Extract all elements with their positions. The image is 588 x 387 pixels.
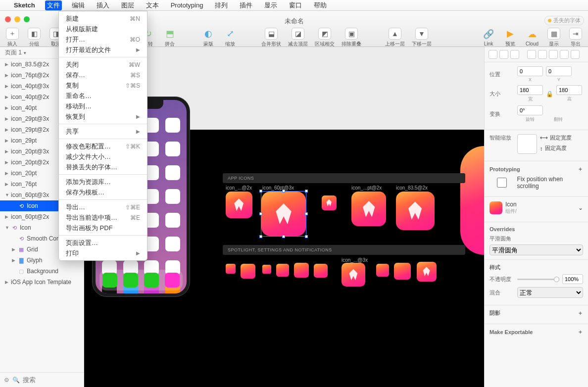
disclosure-triangle-icon[interactable]: ▶	[12, 258, 16, 263]
layer-search[interactable]: ⚙ 🔍	[0, 372, 84, 387]
scale-tool[interactable]: ⤢缩放	[223, 28, 238, 48]
mask-tool[interactable]: ◐蒙版	[201, 28, 216, 48]
fix-height-icon[interactable]: ↕	[540, 145, 543, 151]
menu-item[interactable]: 打印▶	[59, 248, 147, 258]
menu-item[interactable]: 减少文件大小…	[59, 151, 147, 162]
align-bottom-button[interactable]	[549, 50, 558, 59]
opacity-slider[interactable]	[517, 279, 559, 280]
prototyping-menu[interactable]: Prototyping	[169, 1, 205, 9]
plugins-menu[interactable]: 插件	[238, 0, 254, 10]
menu-item[interactable]: 打开最近的文件▶	[59, 45, 147, 55]
rotation-input[interactable]	[517, 105, 543, 115]
override-select[interactable]: 平滑圆角	[490, 244, 583, 255]
align-right-button[interactable]	[510, 50, 519, 59]
icon-instance[interactable]	[276, 264, 289, 277]
close-window-button[interactable]	[5, 16, 11, 22]
icon-instance[interactable]	[396, 192, 435, 230]
flip-h-button[interactable]	[546, 105, 558, 115]
icon-instance[interactable]	[417, 262, 437, 282]
app-menu[interactable]: Sketch	[12, 1, 37, 9]
icon-instance[interactable]	[322, 195, 337, 210]
disclosure-triangle-icon[interactable]: ▶	[5, 116, 9, 121]
export-tool[interactable]: ⇥导出	[568, 28, 583, 48]
icon-instance[interactable]	[294, 263, 309, 278]
zoom-window-button[interactable]	[24, 16, 30, 22]
bool-difference-tool[interactable]: ▣排除重叠	[342, 28, 361, 48]
menu-item[interactable]: 导出画板为 PDF	[59, 223, 147, 233]
resizing-widget[interactable]	[517, 134, 537, 154]
symbol-picker[interactable]: Icon 组件/ ⌄	[490, 201, 583, 215]
minimize-window-button[interactable]	[14, 16, 20, 22]
menu-item[interactable]: 添加为资源库…	[59, 177, 147, 187]
icon-instance[interactable]	[241, 264, 255, 279]
bool-union-tool[interactable]: ⬓合并形状	[261, 28, 281, 48]
disclosure-triangle-icon[interactable]: ▶	[5, 84, 9, 89]
lock-icon[interactable]: 🔒	[546, 91, 553, 97]
resize-handle-ne[interactable]	[305, 190, 308, 193]
disclosure-triangle-icon[interactable]: ▶	[5, 95, 9, 99]
icon-instance[interactable]	[314, 264, 328, 278]
disclosure-triangle-icon[interactable]: ▶	[5, 171, 9, 176]
bool-intersect-tool[interactable]: ◩区域相交	[315, 28, 335, 48]
layer-menu[interactable]: 图层	[119, 0, 136, 10]
disclosure-triangle-icon[interactable]: ▼	[5, 225, 9, 230]
menu-item[interactable]: 新建⌘N	[59, 13, 147, 24]
width-input[interactable]	[517, 85, 543, 95]
disclosure-triangle-icon[interactable]: ▼	[5, 193, 9, 197]
icon-instance[interactable]	[262, 265, 271, 274]
align-top-button[interactable]	[527, 50, 536, 59]
disclosure-triangle-icon[interactable]: ▶	[5, 182, 9, 187]
x-input[interactable]	[517, 66, 543, 76]
menu-item[interactable]: 导出…⇧⌘E	[59, 202, 147, 212]
menu-item[interactable]: 复制⇧⌘S	[59, 80, 147, 91]
menu-item[interactable]: 页面设置…	[59, 238, 147, 248]
disclosure-triangle-icon[interactable]: ▶	[5, 160, 9, 165]
distribute-h-button[interactable]	[560, 50, 569, 59]
fix-width-icon[interactable]: ⟷	[540, 135, 548, 141]
resize-handle-sw[interactable]	[259, 235, 262, 238]
menu-item[interactable]: 关闭⌘W	[59, 59, 147, 70]
menu-item[interactable]: 重命名…	[59, 91, 147, 101]
disclosure-triangle-icon[interactable]: ▶	[5, 280, 9, 285]
disclosure-triangle-icon[interactable]: ▶	[5, 138, 9, 143]
text-menu[interactable]: 文本	[144, 0, 161, 10]
y-input[interactable]	[546, 66, 572, 76]
window-menu[interactable]: 窗口	[287, 0, 304, 10]
layer-row[interactable]: ▶iOS App Icon Template	[0, 277, 84, 288]
height-input[interactable]	[556, 85, 582, 95]
add-shadow-icon[interactable]: ＋	[578, 309, 583, 317]
align-middle-button[interactable]	[538, 50, 547, 59]
add-prototyping-icon[interactable]: ＋	[578, 165, 583, 173]
file-menu[interactable]: 文件	[45, 0, 62, 10]
menu-item[interactable]: 保存为模板…	[59, 187, 147, 197]
menu-item[interactable]: 从模版新建	[59, 24, 147, 34]
cloud-tool[interactable]: ☁Cloud	[525, 28, 539, 47]
missing-font-badge[interactable]: 丢失的字体	[544, 16, 584, 25]
layer-row[interactable]: ▢Background	[0, 266, 84, 277]
edit-menu[interactable]: 编辑	[70, 0, 87, 10]
menu-item[interactable]: 保存…⌘S	[59, 70, 147, 80]
disclosure-triangle-icon[interactable]: ▶	[5, 127, 9, 132]
fix-scroll-checkbox[interactable]	[490, 178, 514, 188]
disclosure-triangle-icon[interactable]: ▶	[12, 247, 16, 252]
opacity-input[interactable]	[562, 274, 583, 284]
menu-item[interactable]: 移动到…	[59, 101, 147, 111]
arrange-menu[interactable]: 排列	[213, 0, 230, 10]
view-tool[interactable]: ▦显示	[546, 28, 561, 48]
group-tool[interactable]: ◧分组	[27, 28, 42, 48]
resize-handle-s[interactable]	[282, 235, 285, 238]
flatten-tool[interactable]: ⬒拼合	[162, 28, 177, 48]
menu-item[interactable]: 替换丢失的字体…	[59, 162, 147, 172]
disclosure-triangle-icon[interactable]: ▶	[5, 149, 9, 154]
icon-instance[interactable]	[351, 192, 386, 226]
menu-item[interactable]: 修改色彩配置…⇧⌘K	[59, 141, 147, 151]
icon-instance[interactable]	[394, 263, 411, 280]
menu-item[interactable]: 共享▶	[59, 126, 147, 137]
flip-v-button[interactable]	[559, 105, 571, 115]
disclosure-triangle-icon[interactable]: ▶	[5, 105, 9, 110]
blend-select[interactable]: 正常	[517, 287, 583, 298]
resize-handle-n[interactable]	[282, 190, 285, 193]
insert-tool[interactable]: ＋插入	[5, 28, 20, 48]
bool-subtract-tool[interactable]: ◪减去顶层	[288, 28, 308, 48]
resize-handle-nw[interactable]	[259, 190, 262, 193]
